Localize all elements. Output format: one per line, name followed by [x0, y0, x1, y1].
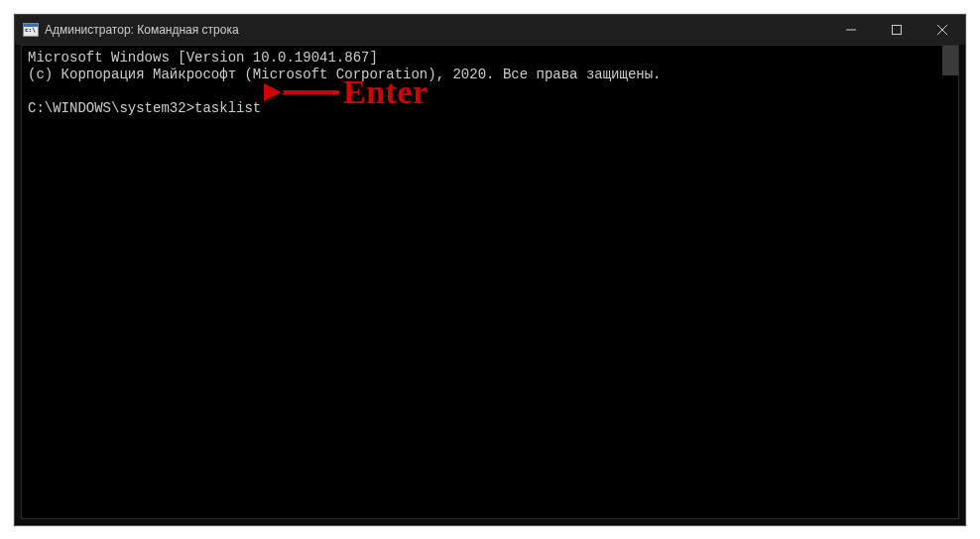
prompt-path: C:\WINDOWS\system32>: [28, 100, 194, 116]
titlebar[interactable]: Администратор: Командная строка: [15, 15, 965, 45]
terminal-line-version: Microsoft Windows [Version 10.0.19041.86…: [28, 50, 952, 67]
minimize-icon: [846, 25, 856, 35]
command-input[interactable]: tasklist: [194, 100, 261, 116]
terminal-blank-line: [28, 83, 952, 100]
svg-rect-1: [893, 26, 902, 35]
close-icon: [937, 25, 947, 35]
window-controls: [828, 15, 965, 45]
cmd-icon: [23, 23, 39, 37]
maximize-button[interactable]: [874, 15, 919, 45]
close-button[interactable]: [919, 15, 965, 45]
window-title: Администратор: Командная строка: [45, 23, 239, 37]
cmd-window: Администратор: Командная строка Microsof…: [14, 14, 966, 526]
terminal-prompt-line: C:\WINDOWS\system32>tasklist: [28, 100, 952, 117]
scrollbar-thumb[interactable]: [942, 46, 958, 75]
terminal-area[interactable]: Microsoft Windows [Version 10.0.19041.86…: [21, 45, 959, 519]
maximize-icon: [892, 25, 902, 35]
title-left: Администратор: Командная строка: [23, 23, 239, 37]
minimize-button[interactable]: [828, 15, 874, 45]
terminal-line-copyright: (c) Корпорация Майкрософт (Microsoft Cor…: [28, 67, 952, 83]
